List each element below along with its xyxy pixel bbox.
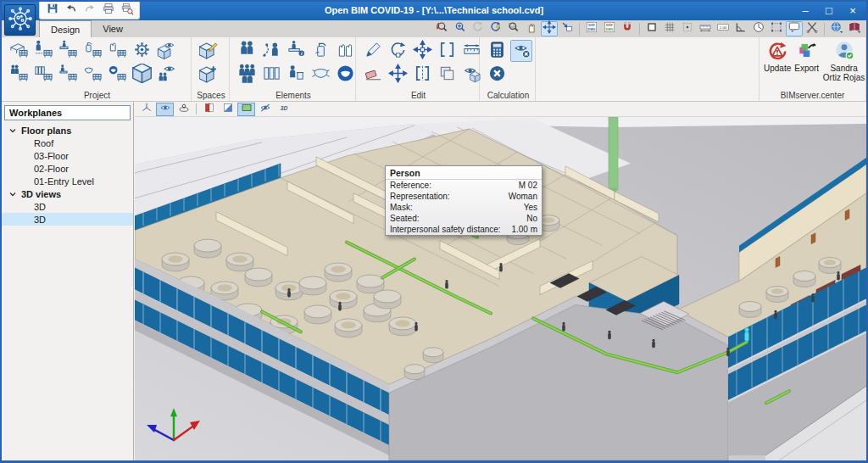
tab-view[interactable]: View — [92, 20, 134, 37]
scale-button[interactable]: 1.00 — [715, 21, 732, 36]
symmetry-button[interactable] — [436, 40, 458, 62]
help-book-button[interactable] — [846, 21, 863, 36]
redraw-button[interactable] — [470, 21, 487, 36]
visible-elements-button[interactable] — [156, 103, 174, 116]
send-to-window-button[interactable] — [559, 21, 576, 36]
info-desk-button[interactable]: i — [285, 40, 307, 62]
rotate-button[interactable] — [387, 40, 409, 62]
zoom-window-button[interactable] — [505, 21, 522, 36]
dimensions-button[interactable] — [697, 21, 714, 36]
move-view-button[interactable] — [541, 21, 558, 36]
gloves-icon — [336, 40, 355, 63]
update-button[interactable]: Update — [764, 40, 791, 82]
zoom-previous-button[interactable] — [434, 21, 451, 36]
workplanes-item-3d[interactable]: 3D — [2, 213, 133, 226]
grid-button[interactable] — [661, 21, 678, 36]
settings-gear-button[interactable] — [131, 40, 153, 62]
zoom-extents-button[interactable] — [452, 21, 469, 36]
signage-table-button[interactable] — [106, 64, 128, 86]
bed-table-button[interactable] — [8, 40, 30, 62]
gloves-table-button[interactable] — [106, 40, 128, 62]
workplanes-group-3d-views[interactable]: 3D views — [2, 187, 133, 200]
measure-button[interactable] — [460, 40, 482, 62]
print-button[interactable] — [100, 3, 116, 18]
chevron-down-icon[interactable] — [9, 189, 16, 199]
cube-3d-button[interactable] — [131, 64, 153, 86]
path-person-button[interactable] — [260, 40, 282, 62]
occupants-pair-button[interactable] — [236, 40, 258, 62]
angle-button[interactable] — [732, 21, 749, 36]
tab-design[interactable]: Design — [39, 20, 92, 37]
delete-eraser-button[interactable] — [362, 64, 384, 86]
ortho-button[interactable] — [643, 21, 660, 36]
people-table-button[interactable] — [8, 64, 30, 86]
snap-grid-button[interactable] — [679, 21, 696, 36]
error-list-button[interactable] — [486, 64, 508, 86]
minimize-button[interactable]: – — [793, 2, 817, 19]
occupant-group-button[interactable] — [236, 64, 258, 86]
workplane-axis-button[interactable] — [137, 103, 155, 116]
dxf-edit-button[interactable]: DXFDWG — [601, 21, 618, 36]
workplanes-item-3d[interactable]: 3D — [2, 200, 133, 213]
sanitizer-dispenser-button[interactable] — [309, 40, 331, 62]
pan-button[interactable] — [523, 21, 540, 36]
bimserver-globe-button[interactable] — [828, 21, 845, 36]
mask-table-icon — [83, 64, 103, 86]
workplanes-item-roof[interactable]: Roof — [2, 137, 133, 149]
new-space-button[interactable] — [198, 64, 220, 86]
waste-bin-button[interactable] — [285, 64, 307, 86]
redo-button[interactable] — [81, 3, 97, 18]
visibility-results-button[interactable] — [510, 40, 532, 62]
spaces-visibility-button[interactable] — [155, 40, 177, 62]
zoom-previous-icon — [436, 20, 449, 37]
edit-space-button[interactable] — [198, 40, 220, 62]
move-node-button[interactable] — [411, 40, 433, 62]
comment-button[interactable] — [786, 21, 803, 36]
mask-sign-button[interactable] — [334, 64, 356, 86]
undo-button[interactable] — [63, 3, 79, 18]
edit-pencil-button[interactable] — [362, 40, 384, 62]
reception-table-button[interactable] — [57, 40, 79, 62]
selection-box-button[interactable] — [768, 21, 785, 36]
view-element-button[interactable] — [460, 64, 482, 86]
partition-table-button[interactable] — [32, 64, 54, 86]
view-3d-button[interactable]: 3D — [275, 103, 292, 116]
calculate-button[interactable] — [486, 40, 508, 62]
hidden-elements-button[interactable] — [256, 103, 274, 116]
export-button[interactable]: Export — [794, 40, 819, 82]
mask-table-button[interactable] — [81, 64, 103, 86]
move-free-button[interactable] — [387, 64, 409, 86]
section-blue-button[interactable] — [219, 103, 236, 116]
chevron-down-icon[interactable] — [9, 126, 16, 136]
section-red-button[interactable] — [200, 103, 218, 116]
workplanes-item-03-floor[interactable]: 03-Floor — [2, 149, 133, 162]
tools-button[interactable] — [804, 21, 821, 36]
app-logo[interactable] — [4, 4, 36, 36]
calculate-icon — [487, 40, 507, 63]
distance-table-button[interactable] — [32, 40, 54, 62]
workplanes-item-01-entry-level[interactable]: 01-Entry Level — [2, 175, 133, 187]
workstation-table-button[interactable] — [57, 64, 79, 86]
maximize-button[interactable]: □ — [817, 2, 841, 19]
viewport-3d[interactable]: Person Reference:M 02Representation:Woma… — [135, 117, 866, 460]
sanitizer-table-button[interactable] — [81, 40, 103, 62]
symmetry-copy-button[interactable] — [411, 64, 433, 86]
snap-magnet-button[interactable] — [619, 21, 636, 36]
protractor-button[interactable] — [750, 21, 767, 36]
print-preview-button[interactable] — [119, 3, 135, 18]
partition-screen-button[interactable] — [260, 64, 282, 86]
close-button[interactable]: × — [841, 2, 865, 19]
highlighted-person[interactable] — [745, 327, 749, 341]
occupants-visibility-button[interactable] — [155, 64, 177, 86]
regenerate-button[interactable] — [487, 21, 504, 36]
copy-button[interactable] — [436, 64, 458, 86]
clip-box-button[interactable] — [237, 103, 255, 116]
gloves-button[interactable] — [334, 40, 356, 62]
save-button[interactable] — [44, 3, 60, 18]
workplanes-group-floor-plans[interactable]: Floor plans — [2, 124, 133, 137]
orbit-button[interactable] — [175, 103, 192, 116]
sandra-ortiz-rojas-button[interactable]: Sandra Ortiz Rojas — [822, 40, 865, 82]
face-mask-button[interactable] — [309, 64, 331, 86]
workplanes-item-02-floor[interactable]: 02-Floor — [2, 162, 133, 175]
dxf-import-button[interactable]: DXFDWG — [583, 21, 600, 36]
